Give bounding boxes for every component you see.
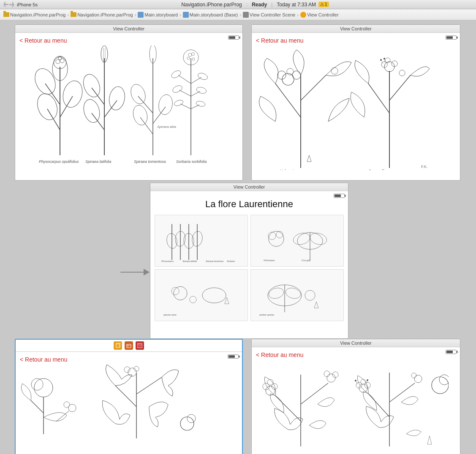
list-icon-btn[interactable] — [136, 341, 144, 350]
device-label: iPhone 5s — [17, 2, 38, 7]
svg-point-58 — [277, 71, 286, 79]
app-status-name: Navigation.iPhone.parProg — [181, 2, 242, 8]
arrow-head — [144, 269, 150, 276]
svg-rect-120 — [137, 343, 142, 348]
cube-icon — [115, 343, 120, 348]
svg-text:Physocarpus: Physocarpus — [161, 260, 174, 262]
plant-sketch-bottom-left — [18, 365, 229, 443]
panel-top-left-title: View Controller — [113, 26, 144, 31]
svg-point-151 — [359, 384, 367, 392]
breadcrumb-item-4[interactable]: Main.storyboard (Base) — [190, 12, 238, 17]
back-btn-bottom-right[interactable]: < Retour au menu — [254, 350, 457, 360]
panel-bottom-left-body: < Retour au menu — [16, 352, 242, 451]
battery-icon-4 — [228, 354, 239, 359]
svg-point-106 — [267, 286, 285, 300]
svg-point-89 — [269, 231, 284, 246]
nav-arrows[interactable] — [3, 1, 14, 8]
svg-point-37 — [170, 69, 182, 79]
panel-bottom-right-body: < Retour au menu — [252, 347, 460, 453]
svg-point-94 — [292, 231, 311, 246]
panel-top-right-header: View Controller — [252, 25, 460, 33]
forward-arrow[interactable] — [9, 1, 14, 8]
battery-fill-3 — [335, 195, 341, 197]
thumb-cell-4: another species — [250, 269, 344, 321]
back-btn-top-left[interactable]: < Retour au menu — [18, 35, 240, 46]
breadcrumb-bar: Navigation.iPhone.parProg › Navigation.i… — [0, 9, 476, 20]
back-arrow[interactable] — [3, 1, 8, 8]
svg-line-140 — [301, 383, 328, 404]
svg-line-15 — [104, 100, 117, 117]
svg-line-139 — [275, 396, 301, 421]
box-icon-btn[interactable] — [125, 341, 133, 350]
panel-center-header: View Controller — [150, 183, 348, 191]
svg-line-44 — [191, 105, 199, 109]
vc-icon — [300, 12, 306, 18]
plant-sketch-top-left: Physocarpus opulifolius Spiraea latifoli… — [18, 46, 229, 168]
svg-text:another species: another species — [259, 313, 275, 316]
svg-point-145 — [327, 374, 335, 382]
warning-count: 1 — [325, 2, 327, 7]
thumb-grid: Physocarpus Spiraea latifolia Spiraea to… — [153, 213, 345, 323]
svg-point-46 — [196, 100, 206, 107]
svg-point-17 — [81, 97, 102, 124]
svg-point-5 — [60, 78, 85, 109]
svg-point-9 — [56, 59, 60, 64]
svg-point-18 — [107, 85, 126, 111]
svg-line-71 — [384, 59, 385, 62]
svg-point-45 — [174, 99, 184, 107]
svg-text:Spiraea tomentosa: Spiraea tomentosa — [134, 159, 166, 164]
svg-point-154 — [361, 379, 366, 384]
svg-point-30 — [128, 82, 148, 106]
breadcrumb-item-6[interactable]: View Controller — [307, 12, 338, 17]
status-label: Ready — [252, 2, 267, 8]
panel-top-right-title: View Controller — [340, 26, 371, 31]
breadcrumb-item-3[interactable]: Main.storyboard — [144, 12, 178, 17]
svg-point-158 — [367, 379, 368, 381]
svg-text:Crus-galli: Crus-galli — [302, 259, 311, 262]
svg-point-100 — [202, 288, 226, 303]
thumb-cell-3: species name — [155, 269, 248, 321]
battery-bottom-left — [228, 354, 239, 359]
svg-line-43 — [180, 104, 191, 109]
breadcrumb-item-5[interactable]: View Controller Scene — [250, 12, 296, 17]
panel-top-left: View Controller < Retour au menu — [15, 24, 243, 181]
svg-point-107 — [284, 286, 302, 300]
panel-bottom-right-header: View Controller — [252, 339, 460, 347]
svg-point-108 — [305, 290, 315, 300]
back-btn-bottom-left[interactable]: < Retour au menu — [18, 354, 239, 365]
svg-point-99 — [171, 287, 179, 295]
battery-bottom-right — [446, 350, 457, 354]
title-bar: iPhone 5s Navigation.iPhone.parProg : Re… — [0, 0, 476, 9]
svg-text:Spiraea tomentosa: Spiraea tomentosa — [206, 260, 223, 262]
svg-rect-111 — [116, 344, 120, 347]
svg-point-41 — [171, 84, 183, 94]
svg-line-132 — [136, 377, 162, 394]
panel-center-title: View Controller — [234, 184, 265, 189]
breadcrumb-item-2[interactable]: Navigation.iPhone.parProg — [77, 12, 133, 17]
back-btn-top-right[interactable]: < Retour au menu — [254, 35, 457, 46]
panel-bottom-left: < Retour au menu — [15, 339, 243, 454]
svg-point-38 — [197, 72, 208, 81]
svg-point-10 — [60, 59, 64, 63]
battery-icon — [228, 35, 239, 40]
svg-line-150 — [389, 383, 415, 402]
thumb-svg-2: Holmesiana Crus-galli — [255, 220, 340, 262]
svg-point-66 — [384, 62, 394, 72]
svg-point-60 — [331, 68, 338, 74]
arrow-line — [120, 272, 144, 273]
battery-icon-2 — [446, 35, 457, 40]
svg-line-131 — [115, 386, 136, 407]
svg-marker-109 — [314, 302, 318, 308]
svg-point-129 — [64, 402, 70, 408]
svg-text:Spiraea latifolia: Spiraea latifolia — [85, 159, 112, 164]
warning-badge[interactable]: ⚠ 1 — [318, 2, 329, 7]
svg-marker-163 — [427, 436, 432, 444]
thumb-svg-3: species name — [159, 274, 244, 316]
breadcrumb-item-1[interactable]: Navigation.iPhone.parProg — [10, 12, 65, 17]
svg-point-160 — [411, 373, 416, 378]
battery-center — [334, 194, 345, 198]
svg-line-25 — [140, 117, 153, 134]
svg-text:Holmesiana: Holmesiana — [280, 169, 300, 170]
svg-point-49 — [192, 53, 195, 56]
cube-icon-btn[interactable] — [114, 341, 122, 350]
